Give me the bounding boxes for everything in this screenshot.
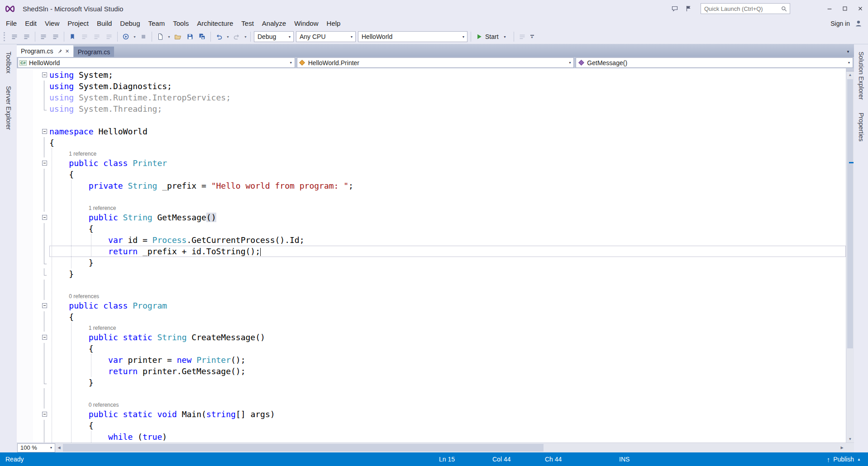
breakpoint-margin[interactable] <box>17 409 33 420</box>
toggle-bookmark-button[interactable] <box>67 31 78 42</box>
code-text[interactable]: using System; <box>49 69 846 81</box>
menu-item-window[interactable]: Window <box>290 18 322 29</box>
outline-margin[interactable] <box>39 300 49 311</box>
outline-margin[interactable] <box>39 137 49 148</box>
breakpoint-margin[interactable] <box>17 311 33 323</box>
code-text[interactable]: using System.Runtime.InteropServices; <box>49 92 846 103</box>
new-file-button[interactable] <box>154 31 166 42</box>
breakpoint-margin[interactable] <box>17 148 33 157</box>
code-text[interactable]: { <box>49 223 846 234</box>
side-tab-toolbox[interactable]: Toolbox <box>5 45 12 80</box>
outline-margin[interactable] <box>39 169 49 180</box>
outline-margin[interactable] <box>39 377 49 388</box>
breakpoint-margin[interactable] <box>17 399 33 409</box>
code-line[interactable]: { <box>17 137 846 148</box>
code-line[interactable]: using System.Threading; <box>17 103 846 114</box>
selection-margin[interactable] <box>33 377 39 388</box>
side-tab-solution-explorer[interactable]: Solution Explorer <box>858 45 865 106</box>
menu-item-analyze[interactable]: Analyze <box>258 18 290 29</box>
menu-item-build[interactable]: Build <box>93 18 116 29</box>
document-tab[interactable]: Program.cs <box>74 47 114 57</box>
breakpoint-margin[interactable] <box>17 388 33 399</box>
code-line[interactable]: var id = Process.GetCurrentProcess().Id; <box>17 234 846 246</box>
outline-margin[interactable] <box>39 157 49 169</box>
selection-margin[interactable] <box>33 191 39 203</box>
run-code-analysis-button[interactable] <box>120 31 132 42</box>
minimize-button[interactable] <box>822 0 837 17</box>
breakpoint-margin[interactable] <box>17 114 33 126</box>
scroll-right-arrow[interactable]: ▶ <box>838 446 846 450</box>
selection-margin[interactable] <box>33 148 39 157</box>
outline-margin[interactable] <box>39 280 49 291</box>
stop-button[interactable] <box>138 31 149 42</box>
outline-margin[interactable] <box>39 81 49 92</box>
code-text[interactable]: while (true) <box>49 431 846 442</box>
chevron-down-icon[interactable]: ▼ <box>348 35 355 38</box>
breakpoint-margin[interactable] <box>17 291 33 300</box>
code-line[interactable]: var printer = new Printer(); <box>17 354 846 366</box>
user-avatar-icon[interactable] <box>854 19 863 28</box>
codelens-references[interactable]: 1 reference <box>89 325 116 331</box>
chevron-down-icon[interactable]: ▼ <box>566 61 573 64</box>
document-tab[interactable]: Program.cs× <box>17 45 73 57</box>
menu-item-view[interactable]: View <box>41 18 63 29</box>
code-text[interactable]: namespace HelloWorld <box>49 126 846 137</box>
code-text[interactable]: public class Program <box>49 300 846 311</box>
code-text[interactable]: using System.Threading; <box>49 103 846 114</box>
code-text[interactable]: return _prefix + id.ToString(); <box>49 246 846 257</box>
breakpoint-margin[interactable] <box>17 343 33 354</box>
zoom-select[interactable]: 100 % ▼ <box>17 443 55 452</box>
outline-margin[interactable] <box>39 114 49 126</box>
breakpoint-margin[interactable] <box>17 280 33 291</box>
scroll-up-arrow[interactable]: ▲ <box>846 71 854 78</box>
next-bookmark-button[interactable] <box>91 31 103 42</box>
code-text[interactable]: } <box>49 377 846 388</box>
selection-margin[interactable] <box>33 246 39 257</box>
selection-margin[interactable] <box>33 399 39 409</box>
breakpoint-margin[interactable] <box>17 81 33 92</box>
outline-margin[interactable] <box>39 126 49 137</box>
indent-increase-button[interactable] <box>50 31 62 42</box>
publish-button[interactable]: ↑ Publish ▲ <box>827 456 868 463</box>
breakpoint-margin[interactable] <box>17 223 33 234</box>
breakpoint-margin[interactable] <box>17 92 33 103</box>
notifications-flag-icon[interactable] <box>682 3 694 14</box>
outline-margin[interactable] <box>39 257 49 268</box>
fold-collapse-button[interactable] <box>42 303 47 308</box>
code-text[interactable]: 1 reference <box>49 148 846 157</box>
navbar-project-combo[interactable]: C# HelloWorld ▼ <box>18 57 295 68</box>
dropdown-caret-icon[interactable]: ▼ <box>243 35 248 38</box>
outline-margin[interactable] <box>39 69 49 81</box>
outline-margin[interactable] <box>39 366 49 377</box>
selection-margin[interactable] <box>33 343 39 354</box>
clear-bookmarks-button[interactable] <box>103 31 115 42</box>
selection-margin[interactable] <box>33 180 39 191</box>
code-line[interactable]: return printer.GetMessage(); <box>17 366 846 377</box>
outline-margin[interactable] <box>39 234 49 246</box>
code-text[interactable] <box>49 388 846 399</box>
quick-launch-box[interactable] <box>701 3 790 14</box>
breakpoint-margin[interactable] <box>17 137 33 148</box>
save-all-button[interactable] <box>196 31 208 42</box>
pin-icon[interactable] <box>57 48 62 54</box>
code-text[interactable]: { <box>49 420 846 431</box>
menu-item-team[interactable]: Team <box>144 18 169 29</box>
code-line[interactable] <box>17 114 846 126</box>
chevron-down-icon[interactable]: ▼ <box>286 35 293 38</box>
breakpoint-margin[interactable] <box>17 366 33 377</box>
outline-margin[interactable] <box>39 399 49 409</box>
codelens-line[interactable]: 1 reference <box>17 203 846 212</box>
scroll-down-arrow[interactable]: ▼ <box>846 436 854 442</box>
codelens-references[interactable]: 0 references <box>89 402 119 408</box>
outline-margin[interactable] <box>39 223 49 234</box>
search-icon[interactable] <box>781 5 787 12</box>
horizontal-scroll-thumb[interactable] <box>63 444 544 452</box>
outline-margin[interactable] <box>39 103 49 114</box>
codelens-line[interactable]: 1 reference <box>17 148 846 157</box>
chevron-down-icon[interactable]: ▼ <box>501 35 509 38</box>
horizontal-scrollbar[interactable] <box>63 443 838 452</box>
selection-margin[interactable] <box>33 69 39 81</box>
breakpoint-margin[interactable] <box>17 69 33 81</box>
code-line[interactable]: { <box>17 223 846 234</box>
menu-item-tools[interactable]: Tools <box>169 18 193 29</box>
